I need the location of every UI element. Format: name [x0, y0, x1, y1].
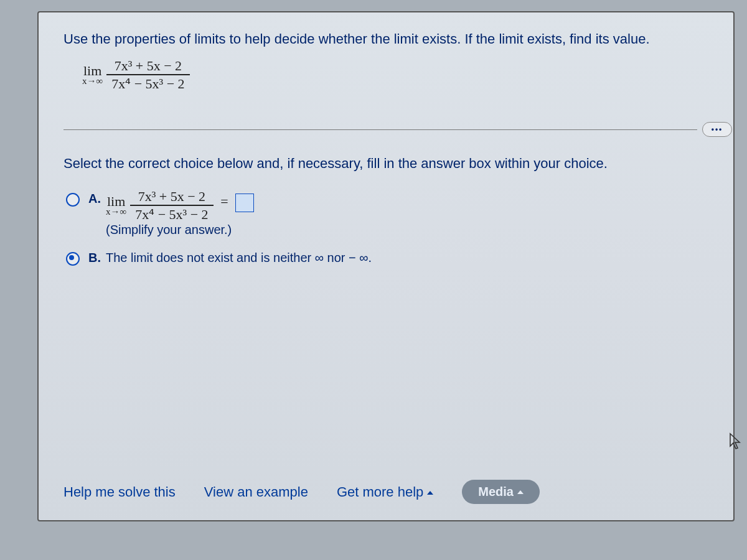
equals-sign: =: [220, 194, 228, 209]
get-more-help-dropdown[interactable]: Get more help: [337, 484, 433, 500]
choice-b-text: The limit does not exist and is neither …: [106, 251, 372, 265]
fraction-denominator: 7x⁴ − 5x³ − 2: [130, 207, 213, 222]
footer-bar: Help me solve this View an example Get m…: [63, 480, 715, 504]
view-example-link[interactable]: View an example: [204, 484, 308, 500]
choice-instruction: Select the correct choice below and, if …: [63, 156, 715, 172]
fraction-denominator: 7x⁴ − 5x³ − 2: [106, 77, 189, 91]
choice-a-hint: (Simplify your answer.): [106, 223, 254, 237]
choice-list: A. lim x→∞ 7x³ + 5x − 2 7x⁴ − 5x³ − 2 = …: [66, 189, 715, 266]
radio-a[interactable]: [66, 193, 80, 207]
fraction-numerator: 7x³ + 5x − 2: [110, 58, 187, 73]
choice-b: B. The limit does not exist and is neith…: [66, 248, 715, 266]
fraction-numerator: 7x³ + 5x − 2: [133, 189, 210, 203]
media-button[interactable]: Media: [462, 480, 540, 504]
cursor-icon: [728, 432, 742, 454]
answer-input[interactable]: [235, 194, 254, 212]
question-prompt: Use the properties of limits to help dec…: [63, 31, 715, 47]
choice-a-expression: lim x→∞ 7x³ + 5x − 2 7x⁴ − 5x³ − 2: [106, 189, 214, 222]
lim-subscript: x→∞: [82, 77, 103, 86]
lim-subscript: x→∞: [106, 207, 126, 217]
choice-b-label: B.: [88, 251, 106, 265]
divider: [63, 129, 697, 130]
more-options-button[interactable]: •••: [702, 122, 732, 137]
help-me-solve-link[interactable]: Help me solve this: [63, 484, 176, 500]
radio-b[interactable]: [66, 252, 80, 266]
question-panel: Use the properties of limits to help dec…: [37, 11, 735, 521]
main-limit-expression: lim x→∞ 7x³ + 5x − 2 7x⁴ − 5x³ − 2: [82, 58, 190, 91]
choice-a: A. lim x→∞ 7x³ + 5x − 2 7x⁴ − 5x³ − 2 = …: [66, 189, 715, 237]
choice-a-label: A.: [88, 192, 106, 206]
